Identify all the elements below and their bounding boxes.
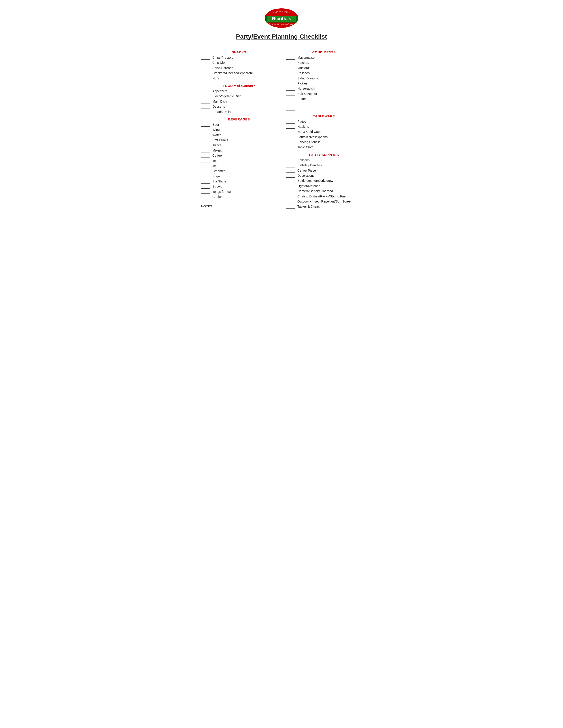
list-item: Center Piece [286,169,362,173]
list-item: Decorations [286,174,362,178]
list-item: Tables & Chairs [286,205,362,208]
section-header-tableware: TABLEWARE [286,114,362,118]
list-item: Pickles [286,82,362,85]
check-line [201,100,210,103]
list-item: Serving Utensils [286,140,362,144]
list-item: Coffee [201,154,277,158]
list-item: Mixers [201,149,277,152]
check-line [286,190,295,193]
list-item: Salt & Pepper [286,92,362,96]
check-line [286,56,295,60]
check-line [286,159,295,162]
right-column: CONDIMENTS Mayonnaise Ketchup Mustard Re… [286,47,362,210]
list-item: Forks/Knives/Spoons [286,135,362,139]
list-item: Tongs for Ice [201,190,277,194]
check-line [286,205,295,209]
check-line [201,185,210,189]
check-line [201,180,210,184]
svg-text:Ricotta's: Ricotta's [272,16,291,21]
list-item: Wine [201,128,277,132]
check-line [286,141,295,144]
check-line [201,105,210,109]
check-line [286,174,295,178]
list-item: Appetizers [201,89,277,93]
list-item: Soft Drinks [201,138,277,142]
section-header-food: FOOD # of Guests? [201,84,277,88]
list-item: Mayonnaise [286,56,362,60]
list-item: Plates [286,120,362,124]
logo-container: Ricotta's FOOD THAT TALKS Pizza, Pasta, … [201,7,362,29]
list-item: Breads/Rolls [201,110,277,114]
check-line [286,146,295,149]
section-header-condiments: CONDIMENTS [286,50,362,54]
check-line [286,82,295,85]
list-item: Cooler [201,195,277,199]
check-line [286,200,295,203]
list-item: Desserts [201,105,277,109]
list-item: Camera/Battery Charged [286,189,362,193]
list-item: Birthday Candles [286,163,362,167]
list-item: Balloons [286,158,362,162]
check-line [286,195,295,198]
check-line [201,133,210,137]
list-item: Lighter/Matches [286,184,362,188]
list-item: Chafing Dishes/Racks/Sterno Fuel [286,195,362,198]
check-line [201,149,210,152]
section-header-beverages: BEVERAGES [201,117,277,121]
ricottas-logo: Ricotta's FOOD THAT TALKS Pizza, Pasta, … [264,7,299,29]
check-line [201,128,210,132]
list-item: Crackers/Cheese/Pepperoni [201,71,277,75]
check-line [286,135,295,139]
list-item: Side/Vegetable Dish [201,94,277,98]
list-item: Relishes [286,71,362,75]
check-line [286,77,295,80]
check-line [201,123,210,127]
blank-line [286,107,362,111]
section-header-snacks: SNACKS [201,50,277,54]
check-line [201,164,210,168]
list-item: Chips/Pretzels [201,56,277,60]
checklist-columns: SNACKS Chips/Pretzels Chip Dip Salsa/Spr… [201,47,362,210]
list-item: Main Dish [201,100,277,103]
list-item: Napkins [286,125,362,129]
list-item: Stir Sticks [201,180,277,183]
list-item: Nuts [201,77,277,80]
check-line [201,154,210,158]
list-item: Creamer [201,169,277,173]
list-item: Table Cloth [286,145,362,149]
check-line [286,92,295,96]
check-line [201,159,210,163]
check-line [286,107,295,111]
check-line [286,72,295,75]
check-line [286,184,295,188]
list-item: Ketchup [286,61,362,65]
check-line [201,72,210,75]
check-line [286,125,295,129]
list-item: Straws [201,185,277,189]
list-item: Hot & Cold Cups [286,130,362,134]
list-item: Tea [201,159,277,163]
check-line [201,144,210,147]
check-line [201,56,210,60]
check-line [201,95,210,98]
check-line [201,77,210,80]
check-line [286,87,295,91]
check-line [201,170,210,173]
check-line [286,164,295,167]
list-item: Chip Dip [201,61,277,65]
check-line [201,61,210,65]
list-item: Mustard [286,66,362,70]
check-line [286,98,295,101]
list-item: Beer [201,123,277,127]
section-header-party-supplies: PARTY SUPPLIES [286,153,362,157]
svg-text:Pizza, Pasta, Subs and more...: Pizza, Pasta, Subs and more... [268,23,295,25]
check-line [201,66,210,70]
list-item: Outdoor - Insect Repellant/Sun Screen [286,200,362,203]
list-item: Salsa/Spreads [201,66,277,70]
list-item: Juices [201,143,277,147]
list-item: Salad Dressing [286,77,362,80]
check-line [201,195,210,199]
check-line [286,102,295,106]
check-line [286,169,295,173]
check-line [201,175,210,178]
